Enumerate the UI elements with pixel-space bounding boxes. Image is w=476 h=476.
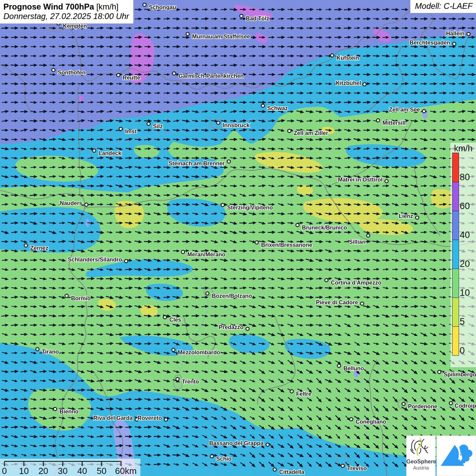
map-subtitle: Donnerstag, 27.02.2025 18:00 Uhr — [3, 12, 129, 21]
city-cortina-d-ampezzo: Cortina d'Ampezzo — [325, 278, 381, 286]
city-bozen-bolzano: Bozen/Bolzano — [206, 292, 252, 299]
city-marker — [453, 42, 456, 46]
city-marker — [186, 32, 189, 36]
city-label: Nauders — [60, 200, 82, 206]
city-label: Bruneck/Brunico — [302, 224, 347, 231]
city-marker — [240, 14, 243, 18]
city-marker — [210, 455, 214, 458]
legend-label-40: 40 — [460, 231, 470, 240]
legend-segment-0 — [453, 326, 459, 355]
city-label: Spilimbergo — [444, 371, 476, 377]
city-label: Schongau — [149, 4, 176, 10]
legend-segment-60 — [453, 182, 459, 211]
city-label: Bad Tölz — [246, 15, 269, 21]
city-marker — [467, 32, 470, 36]
city-label: Zell am See — [389, 106, 420, 113]
city-schlanders-silandro: Schlanders/Silandro — [68, 256, 128, 263]
city-label: Bormio — [71, 295, 91, 301]
city-marker — [363, 83, 366, 86]
city-marker — [147, 122, 150, 125]
city-label: Berchtesgaden — [410, 39, 450, 46]
city-label: Pieve di Cadore — [316, 299, 358, 305]
city-marker — [172, 348, 175, 352]
city-label: Feltre — [296, 391, 311, 397]
title-box: Prognose Wind 700hPa [km/h] Donnerstag, … — [0, 0, 134, 24]
legend-segment-5 — [453, 298, 459, 326]
city-label: Mezzolombardo — [178, 349, 220, 355]
city-marker — [176, 377, 179, 381]
city-label: Zell am Ziller — [294, 130, 328, 136]
city-label: Sonthofen — [58, 69, 86, 75]
datahub-logo — [437, 436, 476, 476]
city-label: Reutte — [123, 74, 140, 81]
city-marker — [290, 390, 293, 393]
city-label: Mittersill — [382, 120, 406, 126]
page-title: Prognose Wind 700hPa [km/h] — [3, 2, 129, 12]
city-marker — [376, 119, 380, 122]
weather-map-page: SchongauBad TölzKemptenMurnau am Staffel… — [0, 0, 476, 476]
city-label: Sillian — [349, 239, 366, 245]
city-marker — [92, 149, 96, 152]
city-marker — [296, 223, 299, 227]
model-label: Modell: C-LAEF — [410, 0, 476, 13]
city-label: Schwaz — [267, 105, 288, 111]
scale-label-0: 0 — [2, 466, 7, 476]
logo-country: Austria — [406, 465, 436, 471]
scale-bar: 0102030405060km — [0, 459, 140, 476]
city-label: Schio — [216, 456, 232, 462]
legend-label-0: 0 — [460, 346, 465, 355]
city-label: Kufstein — [337, 55, 359, 61]
city-garmisch-partenkirchen: Garmisch-Partenkirchen — [172, 72, 243, 79]
city-label: Conegliano — [356, 419, 386, 425]
city-marker — [288, 129, 291, 133]
wind-speed-legend: km/h 806040201050 — [451, 143, 476, 367]
city-marker — [325, 278, 328, 282]
weather-map: SchongauBad TölzKemptenMurnau am Staffel… — [0, 0, 476, 476]
city-label: Rovereto — [137, 415, 162, 421]
city-pieve-di-cadore: Pieve di Cadore — [316, 299, 364, 305]
city-marker — [449, 402, 453, 405]
city-marker — [164, 418, 168, 421]
scale-label-40: 40 — [77, 466, 87, 476]
city-label: Bozen/Bolzano — [212, 293, 252, 299]
city-bruneck-brunico: Bruneck/Brunico — [296, 223, 347, 231]
city-marker — [360, 302, 364, 305]
city-marker — [266, 443, 269, 446]
city-marker — [415, 216, 419, 219]
city-label: Garmisch-Partenkirchen — [178, 73, 244, 79]
city-marker — [246, 327, 249, 330]
city-label: Bassano del Grappa — [209, 440, 264, 446]
city-marker — [124, 259, 128, 263]
legend-colorbar — [452, 153, 459, 356]
city-label: Pordenone — [408, 403, 437, 409]
city-marker — [341, 464, 344, 468]
city-marker — [143, 3, 146, 6]
mountain-cloud-icon — [437, 436, 476, 476]
city-marker — [52, 68, 55, 72]
city-marker — [255, 241, 258, 244]
city-label: Sterzing/Vipiteno — [227, 204, 273, 210]
city-label: Riva del Garda — [93, 415, 133, 421]
city-marker — [117, 73, 120, 77]
city-label: Bienno — [60, 408, 79, 414]
city-label: Tirano — [42, 348, 59, 355]
city-marker — [227, 160, 231, 163]
city-label: Belluno — [343, 365, 364, 371]
legend-segment-10 — [453, 269, 459, 298]
city-bassano-del-grappa: Bassano del Grappa — [209, 440, 269, 446]
city-marker — [261, 104, 265, 107]
geosphere-contour-icon — [410, 438, 432, 457]
map-title: Prognose Wind 700hPa — [3, 2, 94, 11]
city-meran-merano: Meran/Merano — [181, 250, 225, 257]
geosphere-logo: GeoSphere Austria — [406, 436, 436, 476]
city-marker — [36, 347, 39, 351]
legend-label-60: 60 — [460, 202, 470, 211]
scale-label-50: 50 — [97, 466, 106, 476]
legend-label-5: 5 — [460, 317, 465, 326]
city-marker — [385, 180, 388, 183]
city-label: Brixen/Bressanone — [261, 242, 312, 248]
city-label: Innsbruck — [223, 122, 250, 128]
city-label: Silz — [153, 123, 163, 129]
city-label: Meran/Merano — [187, 251, 225, 257]
legend-segment-40 — [453, 211, 459, 240]
